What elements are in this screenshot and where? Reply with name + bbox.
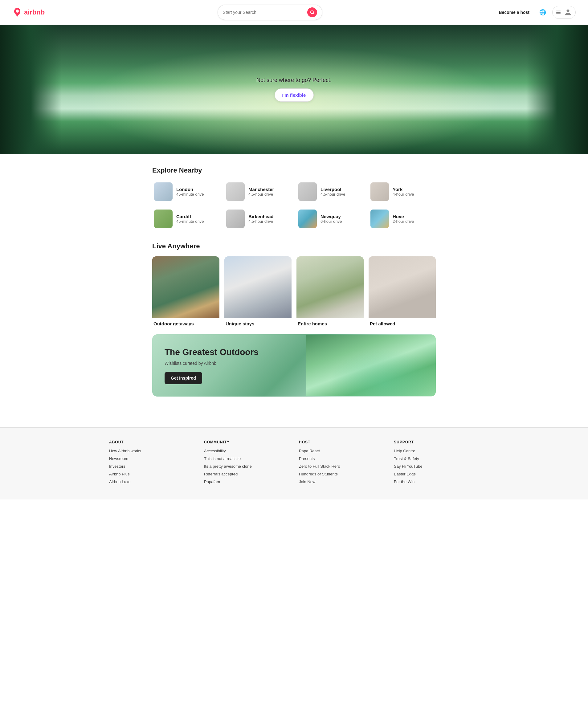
search-button[interactable] [307,7,317,17]
nearby-name: Newquay [320,214,342,219]
nearby-info: London 45-minute drive [176,187,204,197]
footer-link[interactable]: How Airbnb works [109,449,194,453]
nearby-thumb [226,210,245,228]
live-card[interactable]: Unique stays [224,256,292,329]
outdoors-scene [306,335,436,396]
footer-link[interactable]: Hundreds of Students [299,472,384,476]
hero-section: Not sure where to go? Perfect. I'm flexi… [0,25,588,154]
footer-link[interactable]: Easter Eggs [394,472,479,476]
footer-link[interactable]: Help Centre [394,449,479,453]
nearby-item[interactable]: Liverpool 4.5-hour drive [296,180,364,203]
live-card-label: Entire homes [296,318,364,329]
footer-link[interactable]: Newsroom [109,456,194,461]
footer-about-title: ABOUT [109,440,194,444]
outdoors-banner: The Greatest Outdoors Wishlists curated … [152,334,436,397]
svg-point-5 [566,9,569,12]
nearby-info: Hove 2-hour drive [393,214,414,224]
nearby-item[interactable]: York 4-hour drive [369,180,436,203]
flexible-button[interactable]: I'm flexible [275,88,314,102]
live-card[interactable]: Entire homes [296,256,364,329]
nearby-item[interactable]: Birkenhead 4.5-hour drive [224,208,292,230]
nearby-item[interactable]: Hove 2-hour drive [369,208,436,230]
nearby-drive: 45-minute drive [176,192,204,197]
user-icon [564,8,572,17]
live-card-image [224,256,292,318]
nearby-item[interactable]: Manchester 4.5-hour drive [224,180,292,203]
nearby-name: Hove [393,214,414,219]
live-card-image [152,256,219,318]
main-content: Explore Nearby London 45-minute drive Ma… [146,154,442,427]
live-card[interactable]: Pet allowed [369,256,436,329]
svg-point-0 [311,11,313,14]
globe-button[interactable]: 🌐 [538,8,547,17]
nearby-info: Birkenhead 4.5-hour drive [248,214,274,224]
nearby-thumb [154,183,173,201]
nearby-drive: 4.5-hour drive [248,219,274,224]
explore-title: Explore Nearby [152,166,436,174]
live-anywhere-grid: Outdoor getaways Unique stays Entire hom… [152,256,436,329]
footer-link[interactable]: Presents [299,456,384,461]
live-card-image [296,256,364,318]
navbar: airbnb Become a host 🌐 [0,0,588,25]
nearby-name: Liverpool [320,187,345,192]
footer-link[interactable]: Accessibility [204,449,289,453]
outdoors-illustration [306,335,436,396]
logo[interactable]: airbnb [12,7,45,17]
footer-link[interactable]: Airbnb Luxe [109,479,194,484]
footer-link[interactable]: Airbnb Plus [109,472,194,476]
airbnb-logo-icon [12,7,22,17]
search-icon [310,10,314,15]
footer-support-title: SUPPORT [394,440,479,444]
navbar-right: Become a host 🌐 [495,6,576,19]
footer-link[interactable]: Its a pretty awesome clone [204,464,289,469]
tree-right-decoration [526,25,588,154]
live-card-label: Outdoor getaways [152,318,219,329]
footer: ABOUT How Airbnb worksNewsroomInvestorsA… [0,427,588,499]
nearby-name: Birkenhead [248,214,274,219]
get-inspired-button[interactable]: Get Inspired [165,372,202,384]
nearby-thumb [298,183,317,201]
nearby-drive: 2-hour drive [393,219,414,224]
nearby-drive: 6-hour drive [320,219,342,224]
footer-link[interactable]: Join Now [299,479,384,484]
live-card-label: Unique stays [224,318,292,329]
search-input[interactable] [223,10,304,15]
footer-about-links: How Airbnb worksNewsroomInvestorsAirbnb … [109,449,194,484]
nearby-thumb [226,183,245,201]
nearby-drive: 45-minute drive [176,219,204,224]
footer-link[interactable]: Say Hi YouTube [394,464,479,469]
live-anywhere-section: Live Anywhere Outdoor getaways Unique st… [152,242,436,329]
live-card-image [369,256,436,318]
nearby-drive: 4.5-hour drive [320,192,345,197]
svg-line-1 [313,13,314,14]
footer-link[interactable]: This is not a real site [204,456,289,461]
nearby-item[interactable]: London 45-minute drive [152,180,219,203]
footer-support-col: SUPPORT Help CentreTrust & SafetySay Hi … [394,440,479,487]
outdoors-text-block: The Greatest Outdoors Wishlists curated … [152,334,306,397]
footer-link[interactable]: Zero to Full Stack Hero [299,464,384,469]
footer-link[interactable]: Papa React [299,449,384,453]
footer-community-title: COMMUNITY [204,440,289,444]
footer-support-links: Help CentreTrust & SafetySay Hi YouTubeE… [394,449,479,484]
logo-text: airbnb [24,8,45,16]
footer-community-col: COMMUNITY AccessibilityThis is not a rea… [204,440,289,487]
user-menu-button[interactable] [552,6,576,19]
footer-link[interactable]: Referrals accepted [204,472,289,476]
footer-link[interactable]: For the Win [394,479,479,484]
search-bar[interactable] [217,5,322,20]
nearby-drive: 4-hour drive [393,192,414,197]
hero-overlay: Not sure where to go? Perfect. I'm flexi… [256,77,332,102]
footer-link[interactable]: Papafam [204,479,289,484]
footer-host-links: Papa ReactPresentsZero to Full Stack Her… [299,449,384,484]
footer-link[interactable]: Trust & Safety [394,456,479,461]
nearby-item[interactable]: Cardiff 45-minute drive [152,208,219,230]
nearby-drive: 4.5-hour drive [248,192,274,197]
nearby-item[interactable]: Newquay 6-hour drive [296,208,364,230]
become-host-button[interactable]: Become a host [495,7,533,17]
nearby-name: Manchester [248,187,274,192]
live-card[interactable]: Outdoor getaways [152,256,219,329]
nearby-info: Liverpool 4.5-hour drive [320,187,345,197]
nearby-thumb [371,210,389,228]
footer-link[interactable]: Investors [109,464,194,469]
nearby-info: Cardiff 45-minute drive [176,214,204,224]
